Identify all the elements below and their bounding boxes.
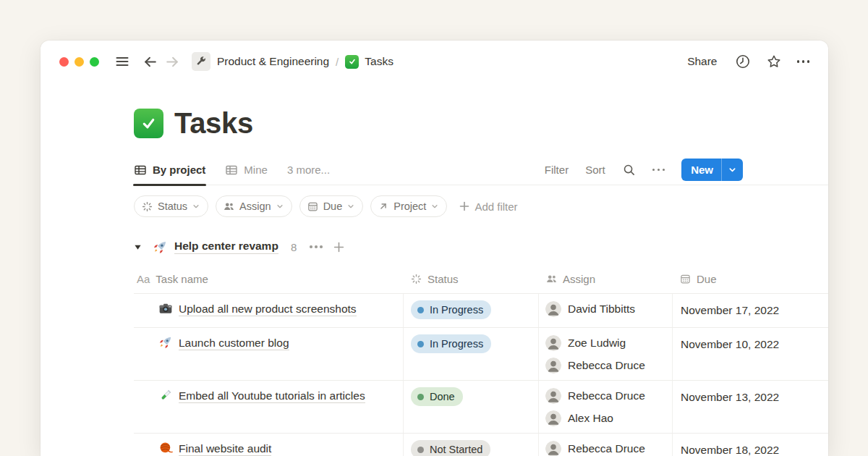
task-title-link[interactable]: Launch customer blog xyxy=(179,337,289,350)
tab-label: 3 more... xyxy=(287,164,330,176)
assignee-name: David Tibbitts xyxy=(568,303,635,316)
column-header-due[interactable]: Due xyxy=(673,273,828,285)
forward-arrow-icon[interactable] xyxy=(165,54,180,69)
filter-chip-assign[interactable]: Assign xyxy=(216,195,292,217)
chevron-down-icon[interactable] xyxy=(722,166,743,174)
new-button-label[interactable]: New xyxy=(681,164,721,176)
group-add-icon[interactable] xyxy=(333,242,344,253)
task-name-cell[interactable]: Embed all Youtube tutorials in articles xyxy=(134,381,404,433)
plus-icon xyxy=(459,201,469,211)
collapse-triangle-icon[interactable] xyxy=(134,243,142,251)
minimize-window-button[interactable] xyxy=(75,57,84,67)
assignee[interactable]: Rebecca Druce xyxy=(545,439,666,456)
status-badge[interactable]: Done xyxy=(411,387,463,406)
clock-history-icon[interactable] xyxy=(735,54,751,69)
sort-button[interactable]: Sort xyxy=(585,164,605,176)
avatar xyxy=(545,358,561,373)
tasks-table: Aa Task name Status Assign xyxy=(134,265,828,456)
window-topbar: Product & Engineering / Tasks Share xyxy=(41,41,828,83)
new-button[interactable]: New xyxy=(681,159,743,181)
status-cell[interactable]: Not Started xyxy=(404,434,539,456)
status-badge[interactable]: In Progress xyxy=(411,300,491,319)
breadcrumb-page[interactable]: Tasks xyxy=(365,55,393,68)
task-name-cell[interactable]: Final website audit xyxy=(134,434,404,456)
task-name-cell[interactable]: Launch customer blog xyxy=(134,328,404,380)
filter-chip-label: Assign xyxy=(239,200,271,212)
sidebar-menu-icon[interactable] xyxy=(115,54,129,69)
view-more-icon[interactable] xyxy=(652,169,665,172)
more-options-icon[interactable] xyxy=(797,60,810,63)
avatar xyxy=(545,301,561,317)
chevron-down-icon xyxy=(431,203,438,210)
tab-mine[interactable]: Mine xyxy=(225,155,268,185)
status-icon xyxy=(411,274,422,284)
back-arrow-icon[interactable] xyxy=(142,54,158,69)
filter-chip-label: Status xyxy=(158,200,187,212)
status-dot-icon xyxy=(417,394,424,400)
group-title-link[interactable]: Help center revamp xyxy=(174,240,278,254)
table-view-icon xyxy=(225,164,238,177)
due-cell[interactable]: November 18, 2022→ November 20, 2022 xyxy=(673,434,828,456)
star-favorite-icon[interactable] xyxy=(766,54,782,69)
assignee[interactable]: David Tibbitts xyxy=(545,299,666,318)
notion-window: Product & Engineering / Tasks Share Ta xyxy=(41,41,828,456)
column-label: Task name xyxy=(156,273,208,285)
window-controls xyxy=(59,57,99,67)
zoom-window-button[interactable] xyxy=(90,57,99,67)
filter-chip-due[interactable]: Due xyxy=(299,195,364,217)
status-badge[interactable]: In Progress xyxy=(411,334,491,353)
assignee[interactable]: Alex Hao xyxy=(545,408,666,428)
due-cell[interactable]: November 17, 2022 xyxy=(673,294,828,327)
task-title-link[interactable]: Upload all new product screenshots xyxy=(179,303,357,316)
filter-chip-status[interactable]: Status xyxy=(134,195,208,217)
task-title-link[interactable]: Final website audit xyxy=(179,442,271,456)
assign-cell[interactable]: Zoe LudwigRebecca Druce xyxy=(539,328,673,380)
tab-label: Mine xyxy=(244,164,268,176)
table-row: Embed all Youtube tutorials in articlesD… xyxy=(134,381,828,434)
close-window-button[interactable] xyxy=(59,57,69,67)
rocket-icon xyxy=(153,240,168,255)
due-cell[interactable]: November 13, 2022 xyxy=(673,381,828,433)
page-content: Tasks By project Mine 3 more... xyxy=(41,106,828,456)
task-title-link[interactable]: Embed all Youtube tutorials in articles xyxy=(179,389,365,403)
assignee[interactable]: Rebecca Druce xyxy=(545,355,666,375)
people-icon xyxy=(224,201,234,212)
column-label: Assign xyxy=(563,273,595,285)
status-cell[interactable]: Done xyxy=(404,381,539,433)
tab-label: By project xyxy=(153,164,205,176)
assignee-name: Zoe Ludwig xyxy=(568,337,626,350)
page-title[interactable]: Tasks xyxy=(174,107,253,140)
wrench-icon[interactable] xyxy=(192,52,210,71)
filter-chip-project[interactable]: Project xyxy=(370,195,447,217)
filter-button[interactable]: Filter xyxy=(545,164,569,176)
add-filter-label: Add filter xyxy=(475,200,517,213)
due-cell[interactable]: November 10, 2022 xyxy=(673,328,828,380)
assign-cell[interactable]: Rebecca DruceAlex Hao xyxy=(539,381,673,433)
assignee[interactable]: Rebecca Druce xyxy=(545,386,666,405)
people-icon xyxy=(546,274,557,284)
assign-cell[interactable]: David Tibbitts xyxy=(539,294,673,327)
breadcrumb-workspace[interactable]: Product & Engineering xyxy=(217,55,329,68)
assign-cell[interactable]: Rebecca Druce xyxy=(539,434,673,456)
add-filter-button[interactable]: Add filter xyxy=(459,200,517,213)
camera-icon xyxy=(158,301,173,321)
column-label: Status xyxy=(427,273,459,285)
status-dot-icon xyxy=(417,447,424,453)
status-cell[interactable]: In Progress xyxy=(404,294,539,327)
group-count: 8 xyxy=(291,241,297,253)
share-button[interactable]: Share xyxy=(687,55,717,68)
view-toolbar: Filter Sort New xyxy=(545,159,743,181)
column-header-task-name[interactable]: Aa Task name xyxy=(134,273,404,285)
column-header-status[interactable]: Status xyxy=(404,273,539,285)
avatar xyxy=(545,441,561,456)
assignee[interactable]: Zoe Ludwig xyxy=(545,333,666,352)
group-more-icon[interactable] xyxy=(310,245,323,248)
tab-by-project[interactable]: By project xyxy=(134,155,205,185)
status-badge[interactable]: Not Started xyxy=(411,440,490,456)
column-header-assign[interactable]: Assign xyxy=(539,273,673,285)
task-name-cell[interactable]: Upload all new product screenshots xyxy=(134,294,404,327)
status-dot-icon xyxy=(417,307,424,313)
search-icon[interactable] xyxy=(622,163,636,177)
status-cell[interactable]: In Progress xyxy=(404,328,539,380)
tab-more-views[interactable]: 3 more... xyxy=(287,155,330,185)
